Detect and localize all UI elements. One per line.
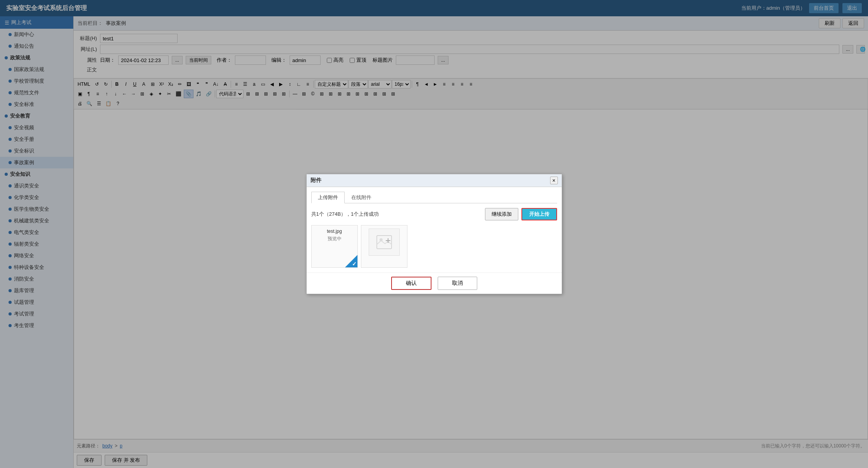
upload-buttons: 继续添加 开始上传 — [485, 208, 557, 220]
start-upload-btn[interactable]: 开始上传 — [521, 208, 557, 220]
dialog-footer: 确认 取消 — [307, 272, 562, 294]
file-card-uploaded: test.jpg 预览中 ✓ — [311, 225, 358, 268]
attachment-dialog: 附件 × 上传附件 在线附件 共1个（274B），1个上传成功 继续添加 开始上… — [306, 174, 562, 294]
dialog-title-bar: 附件 × — [307, 174, 562, 187]
tab-upload[interactable]: 上传附件 — [311, 192, 345, 203]
file-preview-text: 预览中 — [328, 236, 342, 242]
dialog-tabs: 上传附件 在线附件 — [311, 192, 557, 203]
upload-info-text: 共1个（274B），1个上传成功 — [311, 211, 379, 218]
tab-online[interactable]: 在线附件 — [345, 192, 378, 203]
placeholder-image — [369, 229, 400, 256]
file-card-placeholder — [361, 225, 407, 268]
upload-info-row: 共1个（274B），1个上传成功 继续添加 开始上传 — [311, 208, 557, 220]
file-name: test.jpg — [327, 229, 342, 234]
file-grid: test.jpg 预览中 ✓ — [311, 225, 557, 268]
cancel-btn[interactable]: 取消 — [438, 277, 477, 290]
checkmark-icon: ✓ — [352, 261, 357, 267]
confirm-btn[interactable]: 确认 — [391, 277, 431, 290]
dialog-title: 附件 — [311, 177, 321, 184]
continue-add-btn[interactable]: 继续添加 — [485, 208, 518, 220]
image-placeholder-icon — [376, 235, 392, 249]
dialog-overlay: 附件 × 上传附件 在线附件 共1个（274B），1个上传成功 继续添加 开始上… — [0, 0, 868, 468]
dialog-close-btn[interactable]: × — [550, 177, 558, 184]
dialog-body: 上传附件 在线附件 共1个（274B），1个上传成功 继续添加 开始上传 tes… — [307, 187, 562, 272]
